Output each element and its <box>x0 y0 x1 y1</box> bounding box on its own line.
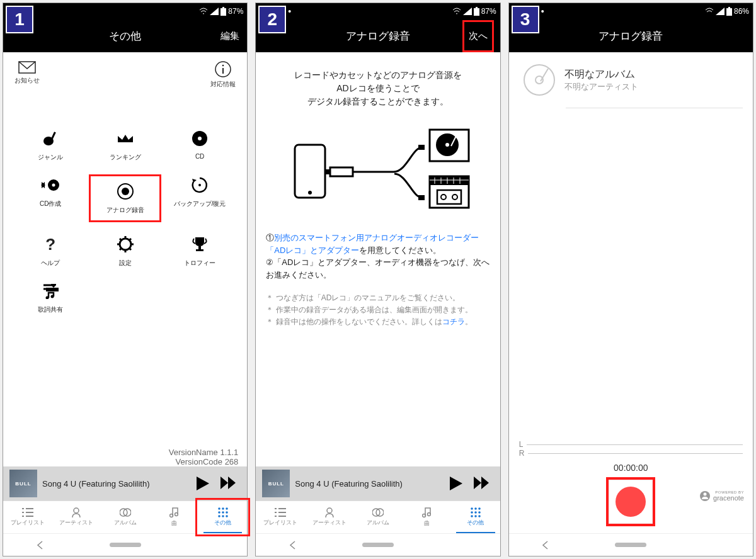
fast-forward-icon[interactable] <box>220 477 237 489</box>
info-button[interactable]: 対応情報 <box>210 61 236 89</box>
svg-point-92 <box>428 513 431 516</box>
artist-icon <box>71 507 81 517</box>
svg-point-50 <box>222 511 224 514</box>
record-dot-icon <box>616 487 646 517</box>
svg-rect-29 <box>198 246 201 249</box>
level-meter: L R <box>509 440 753 458</box>
svg-point-69 <box>445 143 449 147</box>
disc-icon <box>192 130 208 147</box>
svg-point-48 <box>226 507 228 510</box>
screen-3: 3 • 86% アナログ録音 不明なアルバム 不明なアーティスト L <box>508 3 753 556</box>
grid-label: トロフィー <box>184 259 215 268</box>
question-icon: ? <box>45 235 55 254</box>
home-pill[interactable] <box>362 543 394 547</box>
back-icon[interactable] <box>541 541 550 550</box>
grid-label: CD <box>195 153 204 160</box>
tab-song[interactable]: 曲 <box>149 501 198 533</box>
svg-point-81 <box>452 195 457 200</box>
system-navbar <box>256 533 500 556</box>
analog-record-button[interactable]: アナログ録音 <box>90 176 159 221</box>
details-link[interactable]: コチラ <box>442 317 465 326</box>
svg-point-54 <box>226 515 228 517</box>
tab-label: アーティスト <box>59 519 93 527</box>
tab-playlist[interactable]: プレイリスト <box>256 501 304 533</box>
tab-other[interactable]: その他 <box>198 501 247 533</box>
step-badge: 1 <box>6 6 33 33</box>
header: アナログ録音 <box>509 20 753 52</box>
svg-line-26 <box>129 248 131 250</box>
tab-album[interactable]: アルバム <box>101 501 149 533</box>
tab-bar: プレイリスト アーティスト アルバム 曲 その他 <box>256 500 500 533</box>
notice-button[interactable]: お知らせ <box>14 61 40 89</box>
play-icon[interactable] <box>450 477 462 490</box>
trophy-button[interactable]: トロフィー <box>165 235 234 268</box>
tab-label: アルバム <box>367 519 389 527</box>
tab-label: 曲 <box>171 519 177 528</box>
info-icon <box>215 61 231 77</box>
album-icon <box>120 507 131 517</box>
tab-other[interactable]: その他 <box>451 501 500 533</box>
next-button[interactable]: 次へ <box>464 21 493 51</box>
svg-point-41 <box>74 508 79 513</box>
fast-forward-icon[interactable] <box>474 477 490 489</box>
tab-artist[interactable]: アーティスト <box>305 501 353 533</box>
back-icon[interactable] <box>289 541 297 550</box>
restore-icon <box>191 176 209 194</box>
tab-playlist[interactable]: プレイリスト <box>3 501 52 533</box>
signal-icon <box>463 8 472 15</box>
play-icon[interactable] <box>197 477 209 490</box>
tab-album[interactable]: アルバム <box>353 501 402 533</box>
help-button[interactable]: ? ヘルプ <box>16 235 85 268</box>
svg-point-110 <box>700 491 710 501</box>
ranking-button[interactable]: ランキング <box>90 129 159 162</box>
description: レコードやカセットなどのアナログ音源を ADレコを使うことで デジタル録音するこ… <box>256 52 500 116</box>
tab-label: アルバム <box>114 519 137 527</box>
level-L: L <box>519 440 524 449</box>
gracenote-badge: POWERED BY gracenote <box>699 490 744 502</box>
settings-button[interactable]: 設定 <box>90 235 159 268</box>
svg-point-53 <box>222 515 224 517</box>
svg-rect-59 <box>474 8 479 16</box>
battery-text: 86% <box>734 7 749 16</box>
svg-point-17 <box>122 188 129 195</box>
svg-point-111 <box>704 493 707 496</box>
cd-create-button[interactable]: CD作成 <box>16 176 85 221</box>
version-info: VersionName 1.1.1 VersionCode 268 <box>3 448 247 466</box>
tab-label: その他 <box>467 519 484 527</box>
back-icon[interactable] <box>36 541 45 550</box>
tab-song[interactable]: 曲 <box>403 501 451 533</box>
backup-button[interactable]: バックアップ/復元 <box>165 176 234 221</box>
record-button[interactable] <box>608 479 653 524</box>
lyrics-share-button[interactable]: 歌詞共有 <box>16 281 85 314</box>
grid-label: バックアップ/復元 <box>174 200 226 208</box>
tab-artist[interactable]: アーティスト <box>52 501 100 533</box>
tab-label: プレイリスト <box>263 519 297 527</box>
svg-rect-60 <box>476 7 478 8</box>
cd-button[interactable]: CD <box>165 129 234 162</box>
lyrics-icon <box>42 283 59 299</box>
record-icon <box>117 183 134 200</box>
svg-line-25 <box>120 239 122 240</box>
svg-rect-65 <box>418 145 425 150</box>
svg-rect-63 <box>330 167 353 176</box>
svg-point-45 <box>175 513 178 516</box>
mini-player[interactable]: Song 4 U (Featuring Saolilith) <box>3 466 247 500</box>
home-pill[interactable] <box>615 543 646 547</box>
system-navbar <box>3 533 247 556</box>
svg-line-109 <box>541 69 548 81</box>
svg-point-20 <box>123 242 127 247</box>
home-pill[interactable] <box>110 543 141 547</box>
edit-button[interactable]: 編集 <box>220 30 239 42</box>
cd-create-icon <box>41 178 60 192</box>
artist-name: 不明なアーティスト <box>564 81 638 93</box>
mini-player[interactable]: Song 4 U (Featuring Saolilith) <box>256 466 500 500</box>
svg-point-8 <box>222 65 224 67</box>
svg-point-94 <box>474 507 477 510</box>
svg-rect-66 <box>418 195 425 200</box>
svg-point-13 <box>198 137 202 140</box>
genre-button[interactable]: ジャンル <box>16 129 85 162</box>
status-bar: • 86% <box>509 3 753 20</box>
playlist-icon <box>275 507 286 517</box>
content: 不明なアルバム 不明なアーティスト L R 00:00:00 POWERED B… <box>509 52 753 533</box>
svg-rect-72 <box>430 176 469 185</box>
